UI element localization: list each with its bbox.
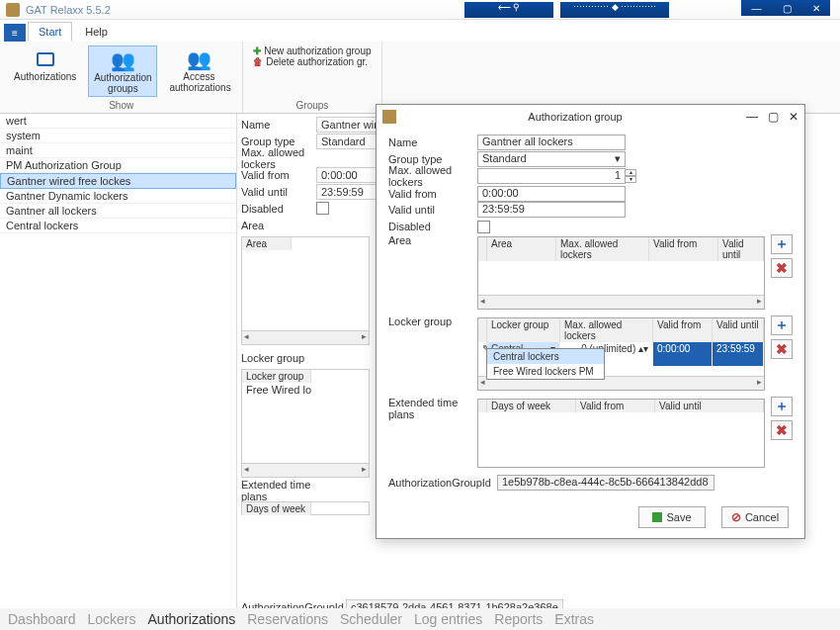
list-item[interactable]: Gantner Dynamic lockers (0, 189, 236, 204)
label-valid-until: Valid until (237, 186, 316, 198)
dlg-valid-from-input[interactable]: 0:00:00 (477, 186, 626, 202)
label-valid-from: Valid from (237, 169, 316, 181)
col-valid-from: Valid from (576, 400, 655, 412)
dlg-label-name: Name (388, 136, 477, 148)
access-authorizations-button[interactable]: 👥 Access authorizations (165, 45, 232, 97)
col-days-of-week: Days of week (242, 502, 311, 515)
minimize-button[interactable]: — (752, 3, 762, 14)
ext-plans-grid[interactable]: Days of week (241, 501, 370, 515)
people-icon: 👥 (187, 47, 210, 71)
label-area: Area (237, 220, 316, 231)
cancel-button[interactable]: ⊘Cancel (721, 506, 789, 528)
maximize-button[interactable]: ▢ (783, 3, 792, 14)
close-button[interactable]: ✕ (812, 3, 820, 14)
nav-lockers[interactable]: Lockers (88, 611, 136, 627)
new-auth-group-button[interactable]: ✚ New authorization group (253, 45, 371, 56)
label-name: Name (237, 119, 316, 131)
col-max-lockers: Max. allowed lockers (556, 237, 649, 261)
dlg-label-valid-from: Valid from (388, 188, 477, 200)
dlg-valid-until-input[interactable]: 23:59:59 (477, 202, 626, 218)
area-remove-button[interactable]: ✖ (771, 258, 793, 278)
bottom-nav: Dashboard Lockers Authorizations Reserva… (0, 608, 840, 630)
col-valid-from: Valid from (649, 237, 718, 261)
col-locker-group: Locker group (487, 318, 560, 342)
dialog-maximize-button[interactable]: ▢ (768, 110, 779, 124)
spinner-control[interactable]: ▴▾ (625, 169, 636, 183)
dlg-name-input[interactable]: Gantner all lockers (477, 135, 626, 150)
col-valid-until: Valid until (718, 237, 764, 261)
nav-log-entries[interactable]: Log entries (414, 611, 482, 627)
list-item[interactable]: maint (0, 143, 236, 158)
dlg-area-grid[interactable]: Area Max. allowed lockers Valid from Val… (477, 236, 765, 310)
col-area: Area (242, 237, 292, 250)
list-item-selected[interactable]: Gantner wired free lockes (0, 173, 236, 189)
list-item[interactable]: system (0, 129, 236, 143)
dlg-ext-plans-grid[interactable]: Days of week Valid from Valid until (477, 399, 765, 468)
dialog-title: Authorization group (404, 111, 746, 123)
dialog-minimize-button[interactable]: — (746, 110, 758, 124)
col-locker-group: Locker group (242, 370, 311, 383)
authorization-groups-button[interactable]: 👥 Authorization groups (88, 45, 157, 97)
dlg-max-lockers-input[interactable]: 1 (477, 168, 626, 184)
auth-group-list: wert system maint PM Authorization Group… (0, 114, 237, 608)
save-button[interactable]: Save (638, 506, 706, 528)
list-item[interactable]: Central lockers (0, 219, 236, 233)
list-item[interactable]: wert (0, 114, 236, 129)
app-title: GAT Relaxx 5.5.2 (26, 4, 111, 16)
authorization-groups-label: Authorization groups (93, 72, 152, 94)
locker-group-row[interactable]: Free Wired lo (242, 383, 369, 397)
area-add-button[interactable]: ＋ (771, 234, 793, 254)
col-valid-until: Valid until (655, 400, 764, 412)
col-area: Area (487, 237, 556, 261)
home-menu-button[interactable]: ≡ (4, 24, 26, 42)
dlg-group-type-select[interactable]: Standard▾ (477, 151, 626, 167)
cancel-icon: ⊘ (731, 510, 741, 524)
area-grid[interactable]: Area ◂▸ (241, 236, 370, 345)
group-show-label: Show (10, 100, 232, 111)
nav-extras[interactable]: Extras (554, 611, 594, 627)
card-icon (34, 47, 57, 71)
nav-reports[interactable]: Reports (494, 611, 543, 627)
dlg-label-auth-gid: AuthorizationGroupId (388, 477, 497, 489)
dialog-close-button[interactable]: ✕ (789, 110, 798, 124)
col-max-lockers: Max. allowed lockers (560, 318, 653, 342)
group-groups-label: Groups (253, 100, 371, 111)
dlg-label-locker-group: Locker group (388, 315, 477, 327)
col-days-of-week: Days of week (487, 400, 576, 412)
ribbon-group-groups: ✚ New authorization group 🗑 Delete autho… (243, 42, 381, 113)
list-item[interactable]: PM Authorization Group (0, 158, 236, 173)
tab-start[interactable]: Start (28, 22, 72, 42)
dropdown-option[interactable]: Free Wired lockers PM (487, 364, 604, 379)
valid-from-cell[interactable]: 0:00:00 (653, 342, 713, 366)
access-authorizations-label: Access authorizations (169, 71, 228, 93)
dlg-label-group-type: Group type (388, 153, 477, 165)
dlg-label-disabled: Disabled (388, 221, 477, 232)
nav-scheduler[interactable]: Scheduler (340, 611, 402, 627)
people-icon: 👥 (111, 48, 134, 72)
dropdown-option[interactable]: Central lockers (487, 349, 604, 364)
dlg-disabled-checkbox[interactable] (477, 221, 490, 233)
chevron-down-icon: ▾ (615, 152, 621, 166)
delete-auth-group-button[interactable]: 🗑 Delete authorization gr. (253, 56, 371, 67)
locker-group-grid[interactable]: Locker group Free Wired lo ◂▸ (241, 369, 370, 478)
authorizations-label: Authorizations (14, 71, 76, 82)
dlg-label-ext-plans: Extended time plans (388, 397, 477, 420)
ext-plans-remove-button[interactable]: ✖ (771, 420, 793, 440)
ext-plans-add-button[interactable]: ＋ (771, 397, 793, 416)
disabled-checkbox[interactable] (316, 202, 329, 215)
locker-group-add-button[interactable]: ＋ (771, 315, 793, 335)
nav-authorizations[interactable]: Authorizations (148, 611, 236, 627)
label-disabled: Disabled (237, 203, 316, 215)
nav-reservations[interactable]: Reservations (247, 611, 328, 627)
list-item[interactable]: Gantner all lockers (0, 204, 236, 219)
valid-until-cell[interactable]: 23:59:59 (713, 342, 764, 366)
dlg-locker-group-grid[interactable]: Locker group Max. allowed lockers Valid … (477, 317, 765, 391)
dlg-auth-gid-field: 1e5b978b-c8ea-444c-8c5b-666413842dd8 (497, 475, 714, 491)
locker-group-remove-button[interactable]: ✖ (771, 339, 793, 359)
nav-dashboard[interactable]: Dashboard (8, 611, 76, 627)
title-bar: GAT Relaxx 5.5.2 ⟵ ⚲ ⋯⋯⋯⋯ ◆ ⋯⋯⋯⋯ — ▢ ✕ (0, 0, 840, 20)
tab-help[interactable]: Help (74, 22, 119, 42)
authorizations-button[interactable]: Authorizations (10, 45, 80, 97)
top-decor: ⟵ ⚲ ⋯⋯⋯⋯ ◆ ⋯⋯⋯⋯ (464, 0, 682, 16)
label-locker-group: Locker group (237, 352, 316, 364)
